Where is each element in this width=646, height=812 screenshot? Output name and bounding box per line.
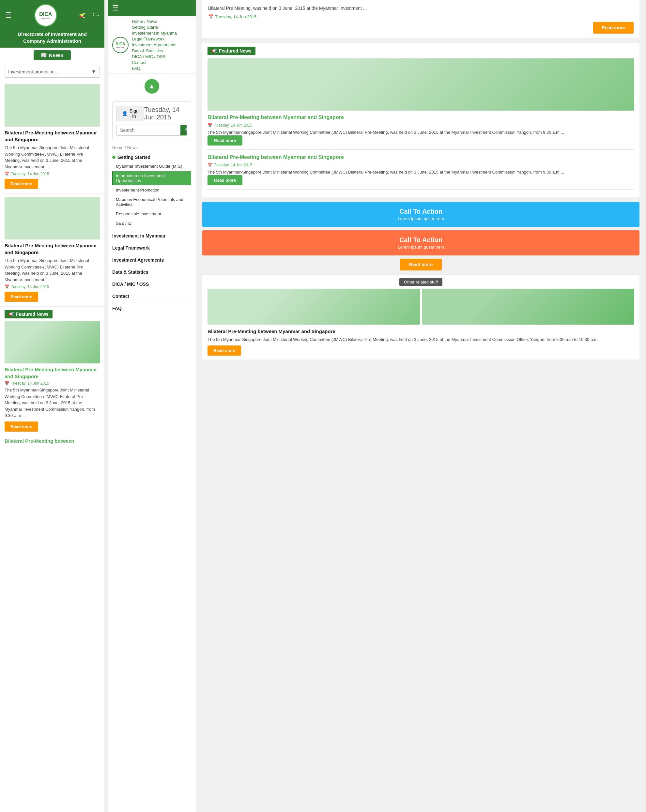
calendar-icon-rn2: 📅 <box>208 163 212 167</box>
nav-main-item-1[interactable]: Legal Framework <box>108 242 196 254</box>
nav-link-home[interactable]: Home / News <box>132 19 177 24</box>
right-news-card-1-read-more[interactable]: Read more <box>208 135 243 145</box>
sub-nav-item-1[interactable]: Information on Investment Opportunities <box>112 171 191 185</box>
org-title: DICA - Directorate of Investment and Com… <box>0 31 104 47</box>
nav-main-item-5[interactable]: Contact <box>108 290 196 302</box>
calendar-icon-1: 📅 <box>5 172 9 176</box>
featured-news-left-title: Bilateral Pre-Meeting between Myanmar an… <box>5 366 100 380</box>
nav-logo-text: DICA Myanmar <box>116 42 125 48</box>
news-card-1-body: The 5th Myanmar-Singapore Joint Minister… <box>5 145 100 170</box>
dropdown-label: Investement promotion ... <box>8 69 60 74</box>
other-related-section: Other related stuff Bilateral Pre-Meetin… <box>202 275 640 360</box>
megaphone-icon-right: 📢 <box>211 48 217 53</box>
right-news-card-1-title: Bilateral Pre-Meeting between Myanmar an… <box>208 114 634 121</box>
logo-circle: DICA Myanmar <box>34 4 57 27</box>
close-icon[interactable]: Tuesday, 14 Jun 2015 <box>144 106 187 121</box>
green-dot <box>112 156 116 159</box>
news-badge-area: 📰 NEWS <box>0 47 104 63</box>
featured-news-left-image <box>5 321 100 363</box>
nav-main-item-6[interactable]: FAQ <box>108 302 196 314</box>
signin-card: 👤 Sign in Tuesday, 14 Jun 2015 🔍 <box>112 101 191 140</box>
featured-news-left-body: The 5th Myanmar-Singapore Joint Minister… <box>5 387 100 419</box>
news-card-1-read-more[interactable]: Read more <box>5 179 38 189</box>
calendar-icon-featured: 📅 <box>5 381 9 386</box>
nav-main-item-0[interactable]: Investement in Myanmar <box>108 230 196 242</box>
nav-logo-circle: DICA Myanmar <box>112 37 128 53</box>
sub-nav-item-0[interactable]: Myanmar Investement Guide (MIG) <box>112 162 191 171</box>
logo-area: DICA Myanmar <box>34 4 57 27</box>
sub-nav-item-5[interactable]: SEZ / IZ <box>112 219 191 228</box>
search-button[interactable]: 🔍 <box>180 125 187 135</box>
search-row: 🔍 <box>116 125 187 136</box>
nav-logo-row: DICA Myanmar Home / News Getting Starte … <box>108 16 196 74</box>
cta-orange[interactable]: Call To Action Lorem Ipsum qusar trem <box>202 230 640 255</box>
sub-nav-item-2[interactable]: Investement Promotion <box>112 186 191 194</box>
hamburger-icon[interactable]: ☰ <box>5 11 12 20</box>
left-header: ☰ DICA Myanmar 🇲🇲 မြန်မာ <box>0 0 104 31</box>
right-news-card-1-body: The 5th Myanmar-Singapore Joint Minister… <box>208 129 634 136</box>
logo-text: DICA Myanmar <box>39 11 52 20</box>
nav-link-contact[interactable]: Contact <box>132 60 177 65</box>
right-news-card-2: Bilateral Pre-Meeting between Myanmar an… <box>208 154 634 189</box>
search-icon: 🔍 <box>185 128 187 133</box>
read-more-center: Read more <box>202 259 640 270</box>
right-news-card-1: Bilateral Pre-Meeting between Myanmar an… <box>208 114 634 150</box>
news-badge: 📰 NEWS <box>34 50 71 60</box>
right-news-card-1-date: 📅 Tuesday, 14 Jun 2015 <box>208 123 634 128</box>
nav-link-legal[interactable]: Legal Framework <box>132 37 177 41</box>
top-article-read-more[interactable]: Read more <box>593 22 634 34</box>
news-card-1: Bilateral Pre-Meeting between Myanmar an… <box>0 81 104 194</box>
right-news-card-2-read-more[interactable]: Read more <box>208 175 243 185</box>
top-article: Bilateral Pre Meeting, was held on 3 Jun… <box>202 0 640 38</box>
scroll-up-button[interactable]: ▲ <box>145 79 159 94</box>
featured-news-right-badge: 📢 Featured News <box>208 47 255 55</box>
getting-started-title: Getting Started <box>112 152 191 161</box>
news-card-2: Bilateral Pre-Meeting between Myanmar an… <box>0 194 104 307</box>
nav-link-dica[interactable]: DICA / MIC / OSS <box>132 54 177 59</box>
featured-news-left: 📢 Featured News Bilateral Pre-Meeting be… <box>0 307 104 435</box>
right-news-card-2-body: The 5th Myanmar-Singapore Joint Minister… <box>208 169 634 176</box>
top-article-body: Bilateral Pre Meeting, was held on 3 Jun… <box>208 5 634 12</box>
sub-nav-item-4[interactable]: Responsible Investment <box>112 209 191 218</box>
nav-link-investment[interactable]: Investement in Myanma <box>132 31 177 35</box>
other-related-title: Bilateral Pre-Meeting between Myanmar an… <box>208 328 634 335</box>
nav-main-item-3[interactable]: Data & Statistics <box>108 266 196 278</box>
chevron-down-icon: ▼ <box>91 69 96 75</box>
nav-link-agreements[interactable]: Investment Agreements <box>132 43 177 47</box>
hamburger-icon-nav[interactable]: ☰ <box>112 4 119 12</box>
featured-news-left-read-more[interactable]: Read more <box>5 421 38 432</box>
nav-link-faq[interactable]: FAQ <box>132 66 177 71</box>
language-flag[interactable]: 🇲🇲 မြန်မာ <box>79 13 99 18</box>
nav-main-item-4[interactable]: DICA / MIC / OSS <box>108 278 196 290</box>
read-more-center-button[interactable]: Read more <box>400 259 442 270</box>
nav-link-data[interactable]: Data & Statistics <box>132 48 177 53</box>
nav-main-item-2[interactable]: Investment Agreements <box>108 254 196 266</box>
calendar-icon-top: 📅 <box>208 14 213 19</box>
other-related-badge: Other related stuff <box>399 278 443 286</box>
sub-nav-item-3[interactable]: Maps on Economical Potentials and Activi… <box>112 195 191 209</box>
cta-blue-title: Call To Action <box>208 208 634 215</box>
nav-links: Home / News Getting Starte Investement i… <box>132 19 177 71</box>
news-card-2-image <box>5 197 100 240</box>
news-card-2-read-more[interactable]: Read more <box>5 292 38 302</box>
category-dropdown[interactable]: Investement promotion ... ▼ <box>5 66 100 78</box>
search-input[interactable] <box>117 125 180 135</box>
other-related-images <box>208 289 634 325</box>
nav-link-getting-started[interactable]: Getting Starte <box>132 25 177 30</box>
news-card-2-date: 📅 Tuesday, 14 Jun 2015 <box>5 284 100 289</box>
calendar-icon-2: 📅 <box>5 284 9 289</box>
right-news-card-2-title: Bilateral Pre-Meeting between Myanmar an… <box>208 154 634 161</box>
cta-blue[interactable]: Call To Action Lorem Ipsum qusar trem <box>202 202 640 227</box>
bilateral-heading-left: Bilateral Pre-Meeting between <box>0 435 104 445</box>
signin-button[interactable]: 👤 Sign in <box>116 106 144 121</box>
right-news-card-2-date: 📅 Tuesday, 14 Jun 2015 <box>208 163 634 167</box>
other-related-header: Other related stuff <box>208 279 634 285</box>
nav-top-bar: ☰ <box>108 0 196 16</box>
other-related-image-1 <box>208 289 420 325</box>
other-related-read-more[interactable]: Read more <box>208 345 241 356</box>
cta-orange-title: Call To Action <box>208 236 634 244</box>
signin-label: Sign in <box>130 108 139 119</box>
user-icon: 👤 <box>122 111 128 116</box>
breadcrumb: Home / News <box>108 143 196 151</box>
megaphone-icon-left: 📢 <box>9 311 14 317</box>
